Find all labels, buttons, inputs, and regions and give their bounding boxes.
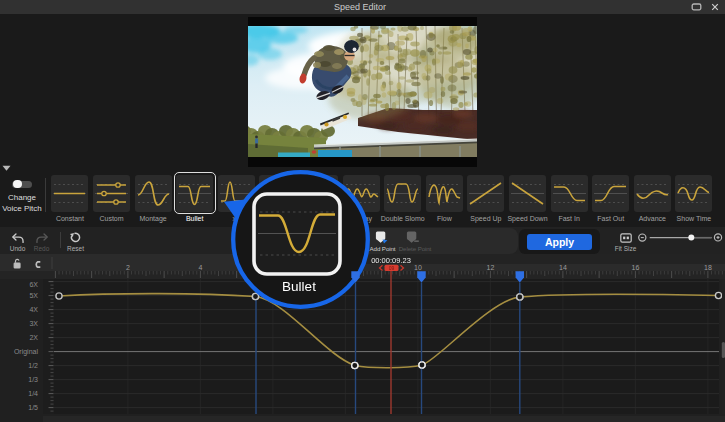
svg-text:6: 6 <box>271 264 275 271</box>
svg-text:10: 10 <box>414 264 422 271</box>
svg-text:1/5: 1/5 <box>28 404 38 411</box>
svg-text:8: 8 <box>343 264 347 271</box>
svg-text:18: 18 <box>704 264 712 271</box>
svg-text:1/2: 1/2 <box>28 362 38 369</box>
svg-text:2X: 2X <box>29 334 38 341</box>
svg-text:1/4: 1/4 <box>28 390 38 397</box>
svg-text:6X: 6X <box>29 281 38 288</box>
svg-text:4X: 4X <box>29 306 38 313</box>
svg-text:16: 16 <box>632 264 640 271</box>
svg-text:1/3: 1/3 <box>28 376 38 383</box>
svg-text:5X: 5X <box>29 292 38 299</box>
svg-text:14: 14 <box>559 264 567 271</box>
svg-text:3X: 3X <box>29 320 38 327</box>
svg-text:4: 4 <box>198 264 202 271</box>
svg-text:Original: Original <box>14 348 39 356</box>
svg-text:12: 12 <box>487 264 495 271</box>
svg-text:2: 2 <box>126 264 130 271</box>
